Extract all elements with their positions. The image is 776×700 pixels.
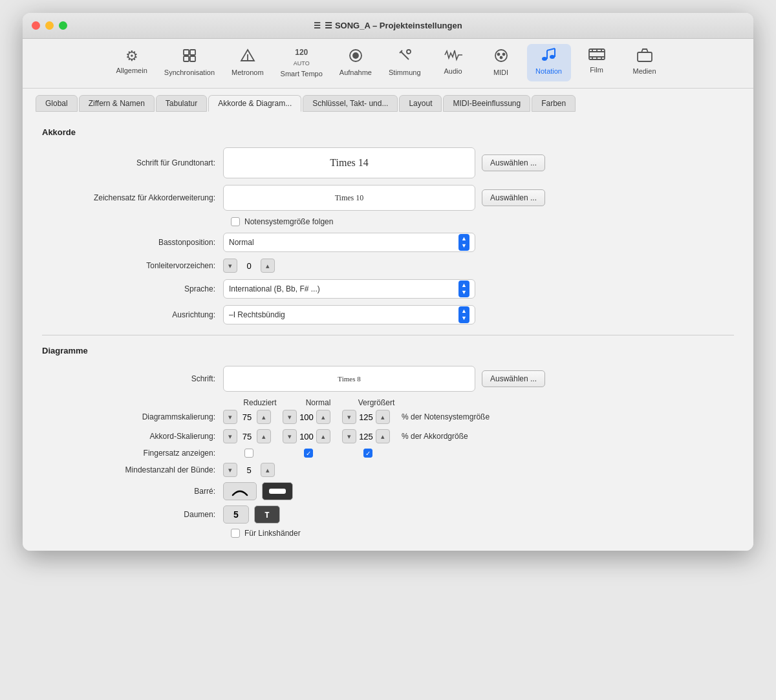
diag-schrift-value: Times 8 xyxy=(338,375,360,383)
daumen-5-option[interactable]: 5 xyxy=(223,505,249,524)
as1-decrement[interactable]: ▾ xyxy=(223,429,237,443)
tab-schluessel[interactable]: Schlüssel, Takt- und... xyxy=(303,95,398,112)
tab-midi-beeinf[interactable]: MIDI-Beeinflussung xyxy=(443,95,530,112)
tonleiter-increment[interactable]: ▴ xyxy=(261,259,275,273)
close-button[interactable] xyxy=(32,21,40,30)
tab-akkorde[interactable]: Akkorde & Diagram... xyxy=(208,95,301,112)
barre-bar-option[interactable] xyxy=(262,482,293,500)
barre-arc-option[interactable] xyxy=(223,482,257,500)
daumen-options: 5 T xyxy=(223,505,280,524)
as2-increment[interactable]: ▴ xyxy=(316,429,330,443)
titlebar: ☰ ☰ SONG_A – Projekteinstellungen xyxy=(23,13,753,39)
notensystem-checkbox[interactable] xyxy=(231,217,240,226)
fingersatz-cb-3[interactable] xyxy=(363,449,372,458)
mindest-decrement[interactable]: ▾ xyxy=(223,463,237,477)
ds2-increment[interactable]: ▴ xyxy=(316,410,330,424)
toolbar: ⚙ Allgemein Synchronisation Metr xyxy=(23,39,753,89)
as3-increment[interactable]: ▴ xyxy=(376,429,390,443)
tonleiter-label: Tonleitervorzeichen: xyxy=(42,261,223,270)
fingersatz-cell-1 xyxy=(223,449,279,458)
ausrichtung-value: –I Rechtsbündig xyxy=(229,310,285,319)
as1-increment[interactable]: ▴ xyxy=(257,429,271,443)
smart-tempo-icon: 120AUTO xyxy=(294,48,310,68)
zeichensatz-row: Zeichensatz für Akkorderweiterung: Times… xyxy=(42,185,734,211)
toolbar-item-synchronisation[interactable]: Synchronisation xyxy=(158,44,221,81)
toolbar-item-audio[interactable]: Audio xyxy=(431,44,475,81)
tonleiter-stepper: ▾ 0 ▴ xyxy=(223,259,275,273)
as3-decrement[interactable]: ▾ xyxy=(342,429,356,443)
svg-rect-3 xyxy=(190,56,195,61)
toolbar-item-film[interactable]: Film xyxy=(575,44,619,81)
ds1-value: 75 xyxy=(239,412,255,422)
ds1-decrement[interactable]: ▾ xyxy=(223,410,237,424)
zeichensatz-font-value: Times 10 xyxy=(335,193,364,203)
toolbar-item-allgemein[interactable]: ⚙ Allgemein xyxy=(109,44,153,81)
fingersatz-row: Fingersatz anzeigen: xyxy=(42,449,734,458)
ds1-increment[interactable]: ▴ xyxy=(257,410,271,424)
toolbar-item-metronom[interactable]: Metronom xyxy=(225,44,270,81)
notensystem-label: Notensystemgröße folgen xyxy=(244,217,333,226)
auswahlen-button-1[interactable]: Auswählen ... xyxy=(482,154,545,171)
sprache-value: International (B, Bb, F# ...) xyxy=(229,284,320,293)
as2-decrement[interactable]: ▾ xyxy=(283,429,297,443)
toolbar-item-notation[interactable]: Notation xyxy=(527,44,571,81)
minimize-button[interactable] xyxy=(45,21,54,30)
linksh-checkbox[interactable] xyxy=(231,529,240,538)
ds2-decrement[interactable]: ▾ xyxy=(283,410,297,424)
toolbar-item-stimmung[interactable]: Stimmung xyxy=(382,44,427,81)
schrift-font-value: Times 14 xyxy=(330,157,368,169)
toolbar-item-aufnahme[interactable]: Aufnahme xyxy=(333,44,378,81)
diagramm-skalierung-stepper-3: ▾ 125 ▴ xyxy=(342,410,398,424)
ausrichtung-arrows[interactable]: ▲ ▼ xyxy=(458,306,469,323)
as2-value: 100 xyxy=(299,432,314,441)
midi-icon xyxy=(493,48,509,67)
as1-stepper: ▾ 75 ▴ xyxy=(223,429,279,443)
svg-point-10 xyxy=(407,50,411,54)
svg-point-14 xyxy=(500,57,502,59)
zeichensatz-value-box: Times 10 xyxy=(223,185,475,211)
fingersatz-cb-1[interactable] xyxy=(244,449,253,458)
fingersatz-label: Fingersatz anzeigen: xyxy=(42,449,223,458)
fingersatz-cb-2[interactable] xyxy=(304,449,313,458)
notensystem-row: Notensystemgröße folgen xyxy=(42,217,734,226)
metronom-icon xyxy=(240,48,255,67)
svg-point-17 xyxy=(550,55,555,59)
medien-icon xyxy=(637,48,652,65)
daumen-row: Daumen: 5 T xyxy=(42,505,734,524)
toolbar-item-smart-tempo[interactable]: 120AUTO Smart Tempo xyxy=(274,44,329,81)
as3-stepper: ▾ 125 ▴ xyxy=(342,429,398,443)
basstonposition-arrows[interactable]: ▲ ▼ xyxy=(458,234,469,251)
audio-icon xyxy=(444,48,462,65)
ds2-value: 100 xyxy=(299,412,314,422)
window-controls[interactable] xyxy=(32,21,67,30)
mindest-increment[interactable]: ▴ xyxy=(261,463,275,477)
auswahlen-button-2[interactable]: Auswählen ... xyxy=(482,189,545,206)
ausrichtung-select[interactable]: –I Rechtsbündig ▲ ▼ xyxy=(223,305,475,324)
auswahlen-button-3[interactable]: Auswählen ... xyxy=(482,370,545,387)
window-title: ☰ ☰ SONG_A – Projekteinstellungen xyxy=(314,21,462,30)
tab-layout[interactable]: Layout xyxy=(399,95,442,112)
svg-point-15 xyxy=(542,57,547,61)
content-area: Akkorde Schrift für Grundtonart: Times 1… xyxy=(23,112,753,551)
tab-tabulatur[interactable]: Tabulatur xyxy=(156,95,207,112)
diagram-col-headers: Reduziert Normal Vergrößert xyxy=(231,398,734,407)
sprache-select[interactable]: International (B, Bb, F# ...) ▲ ▼ xyxy=(223,279,475,299)
fingersatz-checkboxes xyxy=(223,449,398,458)
tab-farben[interactable]: Farben xyxy=(532,95,576,112)
basstonposition-select[interactable]: Normal ▲ ▼ xyxy=(223,233,475,252)
ds3-increment[interactable]: ▴ xyxy=(376,410,390,424)
maximize-button[interactable] xyxy=(59,21,67,30)
toolbar-item-medien[interactable]: Medien xyxy=(623,44,667,81)
tab-global[interactable]: Global xyxy=(36,95,78,112)
tab-ziffern[interactable]: Ziffern & Namen xyxy=(79,95,155,112)
ds3-decrement[interactable]: ▾ xyxy=(342,410,356,424)
section-divider xyxy=(42,335,734,335)
toolbar-item-midi[interactable]: MIDI xyxy=(479,44,523,81)
film-icon xyxy=(588,48,605,64)
diag-schrift-box: Times 8 xyxy=(223,366,475,392)
daumen-t-option[interactable]: T xyxy=(254,505,280,524)
diagrammskalierung-steppers: ▾ 75 ▴ ▾ 100 ▴ ▾ 125 ▴ xyxy=(223,410,398,424)
tonleiter-decrement[interactable]: ▾ xyxy=(223,259,237,273)
sprache-arrows[interactable]: ▲ ▼ xyxy=(458,281,469,297)
schrift-label: Schrift für Grundtonart: xyxy=(42,158,223,167)
